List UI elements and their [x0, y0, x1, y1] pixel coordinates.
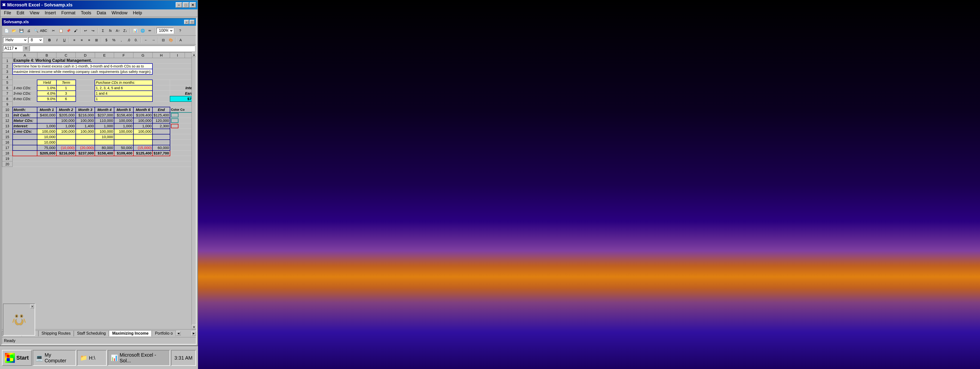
autosum-button[interactable]: Σ — [100, 27, 107, 34]
cell-d15[interactable] — [76, 134, 95, 139]
cell-e6[interactable]: 1, 2, 3, 4, 5 and 6 — [95, 85, 153, 91]
cell-e12[interactable]: 110,000 — [95, 118, 114, 124]
cell-e15[interactable]: 10,000 — [95, 134, 114, 139]
cell-g11[interactable]: $109,400 — [134, 112, 153, 118]
open-button[interactable]: 📂 — [10, 27, 18, 34]
tab-portfolio[interactable]: Portfolio o — [152, 331, 176, 336]
cell-c7[interactable]: 3 — [56, 91, 76, 96]
cell-d11[interactable]: $216,000 — [76, 112, 95, 118]
decrease-decimal-button[interactable]: 0. — [133, 37, 140, 43]
cell-e13[interactable]: 1,000 — [95, 124, 114, 129]
cell-b6[interactable]: 1.0% — [37, 85, 56, 91]
fontsize-dropdown[interactable]: 8 — [28, 37, 43, 43]
align-right-button[interactable]: ≡ — [86, 37, 92, 43]
cell-a8[interactable]: 6-mo CDs: — [13, 96, 37, 101]
cell-b16[interactable]: 10,000 — [37, 139, 56, 145]
cell-b17[interactable]: 75,000 — [37, 145, 56, 150]
cell-c18[interactable]: $216,000 — [56, 150, 76, 156]
taskbar-excel[interactable]: 📊 Microsoft Excel - Sol... — [108, 350, 170, 366]
tab-shipping-routes[interactable]: Shipping Routes — [38, 331, 74, 336]
cell-d12[interactable]: 100,000 — [76, 118, 95, 124]
cell-a10[interactable]: Month: — [13, 107, 37, 112]
menu-tools[interactable]: Tools — [78, 10, 94, 16]
cell-c15[interactable] — [56, 134, 76, 139]
cell-a18[interactable] — [13, 150, 37, 156]
cell-e11[interactable]: $237,000 — [95, 112, 114, 118]
menu-data[interactable]: Data — [94, 10, 109, 16]
cell-a16[interactable] — [13, 139, 37, 145]
cell-c12[interactable]: 100,000 — [56, 118, 76, 124]
cell-i10[interactable]: Color Co — [170, 107, 191, 112]
cell-b13[interactable]: 1,000 — [37, 124, 56, 129]
cell-h14[interactable] — [153, 129, 170, 134]
cell-g17[interactable]: (15,000) — [134, 145, 153, 150]
cell-i15[interactable] — [170, 134, 191, 139]
menu-help[interactable]: Help — [130, 10, 145, 16]
start-button[interactable]: Start — [2, 350, 32, 366]
cell-i17[interactable] — [170, 145, 191, 150]
cell-b15[interactable]: 10,000 — [37, 134, 56, 139]
help-button[interactable]: ? — [177, 27, 184, 34]
cell-e14[interactable]: 100,000 — [95, 129, 114, 134]
cell-a5[interactable] — [13, 80, 37, 85]
cell-f18[interactable]: $109,400 — [114, 150, 134, 156]
cell-c11[interactable]: $205,000 — [56, 112, 76, 118]
maximize-button[interactable]: □ — [183, 2, 189, 8]
cell-a15[interactable] — [13, 134, 37, 139]
fill-color-button[interactable]: 🎨 — [167, 37, 174, 43]
fx-button[interactable]: fx — [107, 27, 114, 34]
cell-h18[interactable]: $187,700 — [153, 150, 170, 156]
cell-g12[interactable]: 100,000 — [134, 118, 153, 124]
close-button[interactable]: ✕ — [189, 2, 196, 8]
cell-d7[interactable] — [76, 91, 95, 96]
cell-e16[interactable] — [95, 139, 114, 145]
cell-i7[interactable]: Earned: — [170, 91, 191, 96]
cell-h16[interactable] — [153, 139, 170, 145]
cell-a4[interactable] — [13, 74, 192, 80]
scroll-track[interactable] — [192, 57, 196, 325]
cell-g18[interactable]: $125,400 — [134, 150, 153, 156]
minimize-button[interactable]: – — [176, 2, 182, 8]
cell-g16[interactable] — [134, 139, 153, 145]
cell-a13[interactable]: Interest: — [13, 124, 37, 129]
copy-button[interactable]: 📋 — [57, 27, 64, 34]
cell-h15[interactable] — [153, 134, 170, 139]
cell-f16[interactable] — [114, 139, 134, 145]
cell-h17[interactable]: 60,000 — [153, 145, 170, 150]
align-center-button[interactable]: ≡ — [78, 37, 85, 43]
cell-g15[interactable] — [134, 134, 153, 139]
decrease-indent-button[interactable]: ← — [143, 37, 150, 43]
cell-h2[interactable] — [153, 63, 191, 69]
cell-row19[interactable] — [13, 156, 192, 162]
save-button[interactable]: 💾 — [18, 27, 25, 34]
col-header-c[interactable]: C — [56, 53, 76, 58]
cell-b5[interactable]: Yield — [37, 80, 56, 85]
cell-reference-box[interactable]: A117 ▼ — [3, 46, 23, 51]
cell-a2[interactable]: Determine how to invest excess cash in 1… — [13, 63, 153, 69]
cell-i12[interactable] — [170, 118, 191, 124]
cell-h11[interactable]: $125,400 — [153, 112, 170, 118]
paintbrush-button[interactable]: 🖌 — [72, 27, 79, 34]
zoom-dropdown[interactable]: 100% — [156, 28, 174, 33]
horizontal-scrollbar[interactable]: ◀ ▶ — [176, 331, 196, 336]
cell-a7[interactable]: 3-mo CDs: — [13, 91, 37, 96]
bold-button[interactable]: B — [46, 37, 53, 43]
menu-file[interactable]: File — [2, 10, 14, 16]
increase-indent-button[interactable]: → — [150, 37, 157, 43]
cell-h13[interactable]: 2,300 — [153, 124, 170, 129]
cell-d14[interactable]: 100,000 — [76, 129, 95, 134]
tab-staff-scheduling[interactable]: Staff Scheduling — [74, 331, 109, 336]
cell-b7[interactable]: 4.0% — [37, 91, 56, 96]
cell-b14[interactable]: 100,000 — [37, 129, 56, 134]
cell-i16[interactable] — [170, 139, 191, 145]
cell-a14[interactable]: 1-mo CDs: — [13, 129, 37, 134]
increase-decimal-button[interactable]: .0 — [125, 37, 132, 43]
cell-g10[interactable]: Month 6 — [134, 107, 153, 112]
taskbar-my-computer[interactable]: 💻 My Computer — [33, 350, 76, 366]
cell-i6[interactable]: Interest — [170, 85, 191, 91]
cell-h7[interactable] — [153, 91, 170, 96]
cell-h5[interactable] — [153, 80, 170, 85]
percent-button[interactable]: % — [110, 37, 117, 43]
currency-button[interactable]: $ — [103, 37, 110, 43]
cell-i18[interactable] — [170, 150, 191, 156]
